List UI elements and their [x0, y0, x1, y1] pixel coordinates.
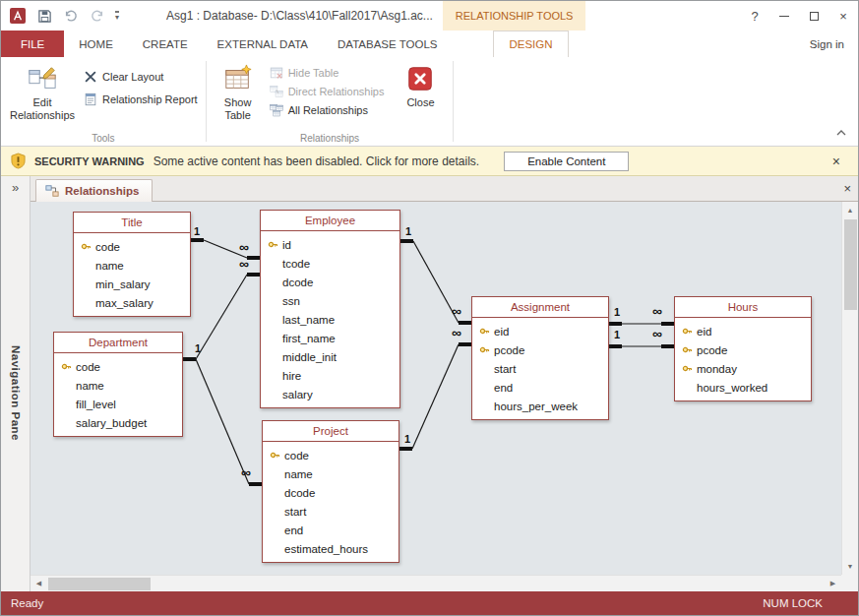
- scroll-right-icon[interactable]: ▶: [825, 576, 841, 592]
- entity-field[interactable]: name: [263, 464, 399, 483]
- close-document-icon[interactable]: ×: [843, 181, 851, 196]
- expand-nav-pane-icon[interactable]: »: [12, 176, 19, 195]
- field-name: hire: [282, 370, 301, 382]
- tab-database-tools[interactable]: DATABASE TOOLS: [323, 31, 452, 57]
- entity-header[interactable]: Employee: [261, 211, 399, 231]
- tab-external-data[interactable]: EXTERNAL DATA: [203, 31, 323, 57]
- primary-key-icon: [682, 344, 697, 355]
- customize-qat-icon[interactable]: ▾: [115, 11, 119, 21]
- entity-table-hours[interactable]: Hours eid pcode monday hours_worked: [674, 296, 812, 401]
- entity-field[interactable]: code: [74, 237, 190, 256]
- navigation-pane-collapsed[interactable]: » Navigation Pane: [1, 176, 31, 591]
- group-separator: [453, 61, 454, 142]
- entity-field[interactable]: name: [74, 256, 190, 275]
- entity-field[interactable]: code: [263, 446, 399, 464]
- clear-layout-button[interactable]: Clear Layout: [84, 70, 198, 84]
- edit-relationships-button[interactable]: Edit Relationships: [7, 60, 78, 122]
- entity-field[interactable]: first_name: [261, 329, 399, 347]
- nav-pane-title[interactable]: Navigation Pane: [10, 345, 22, 441]
- entity-field[interactable]: end: [263, 521, 399, 539]
- entity-field[interactable]: pcode: [675, 340, 811, 359]
- entity-field[interactable]: middle_init: [261, 347, 399, 366]
- vertical-scroll-thumb[interactable]: [844, 219, 857, 310]
- scroll-up-icon[interactable]: ▲: [842, 202, 859, 218]
- entity-field[interactable]: hire: [261, 366, 399, 385]
- relationship-line-title-employee[interactable]: [191, 240, 260, 258]
- entity-field[interactable]: end: [472, 378, 608, 397]
- entity-field[interactable]: max_salary: [74, 293, 190, 312]
- security-warning-message[interactable]: Some active content has been disabled. C…: [153, 154, 480, 168]
- scroll-down-icon[interactable]: ▼: [842, 558, 859, 575]
- cardinality-label: 1: [404, 433, 410, 445]
- entity-field[interactable]: estimated_hours: [263, 539, 399, 558]
- undo-icon[interactable]: [62, 7, 80, 25]
- show-table-button[interactable]: Show Table: [213, 60, 264, 122]
- help-icon[interactable]: ?: [740, 1, 769, 31]
- entity-header[interactable]: Project: [263, 421, 399, 442]
- collapse-ribbon-icon[interactable]: [836, 122, 846, 140]
- tab-home[interactable]: HOME: [64, 31, 128, 57]
- ribbon-group-relationships: Show Table Hide Table Direct Relationshi…: [207, 57, 454, 146]
- entity-header[interactable]: Title: [74, 213, 190, 233]
- security-close-icon[interactable]: ×: [825, 154, 848, 169]
- security-warning-title: SECURITY WARNING: [34, 155, 145, 167]
- cardinality-label: ∞: [241, 466, 251, 478]
- tab-design[interactable]: DESIGN: [493, 31, 568, 57]
- entity-field[interactable]: hours_worked: [675, 378, 811, 397]
- entity-table-assignment[interactable]: Assignment eid pcode start end hours_per…: [471, 296, 609, 420]
- tab-relationships-document[interactable]: Relationships: [35, 179, 153, 202]
- entity-field[interactable]: eid: [472, 322, 608, 340]
- vertical-scrollbar[interactable]: ▲ ▼: [841, 202, 858, 575]
- entity-field[interactable]: start: [263, 502, 399, 521]
- field-name: max_salary: [95, 297, 153, 309]
- field-name: end: [494, 382, 513, 394]
- minimize-icon[interactable]: [769, 1, 799, 31]
- entity-field[interactable]: min_salary: [74, 275, 190, 293]
- field-name: ssn: [282, 295, 300, 307]
- entity-field[interactable]: id: [261, 235, 399, 254]
- entity-table-project[interactable]: Project code name dcode start end estima…: [262, 420, 399, 563]
- tab-file[interactable]: FILE: [1, 31, 64, 57]
- entity-field[interactable]: code: [54, 357, 182, 376]
- entity-table-title[interactable]: Title code name min_salary max_salary: [73, 212, 191, 317]
- entity-header[interactable]: Hours: [675, 297, 811, 318]
- access-app-icon[interactable]: [9, 7, 27, 25]
- entity-field[interactable]: start: [472, 359, 608, 378]
- entity-field[interactable]: dcode: [261, 273, 399, 291]
- close-window-icon[interactable]: ×: [828, 1, 858, 31]
- entity-header[interactable]: Assignment: [472, 297, 608, 318]
- entity-field[interactable]: eid: [675, 322, 811, 340]
- horizontal-scroll-thumb[interactable]: [48, 578, 151, 590]
- entity-field[interactable]: salary: [261, 385, 399, 403]
- horizontal-scrollbar[interactable]: ◀ ▶: [31, 575, 841, 591]
- enable-content-button[interactable]: Enable Content: [504, 152, 629, 171]
- maximize-icon[interactable]: [799, 1, 828, 31]
- entity-header[interactable]: Department: [54, 333, 182, 353]
- entity-table-employee[interactable]: Employee id tcode dcode ssn last_name fi…: [260, 210, 400, 408]
- entity-field[interactable]: pcode: [472, 340, 608, 359]
- cardinality-label: ∞: [452, 327, 461, 339]
- entity-field[interactable]: tcode: [261, 254, 399, 273]
- field-name: hours_per_week: [494, 400, 578, 412]
- entity-table-department[interactable]: Department code name fill_level salary_b…: [53, 332, 183, 437]
- entity-field[interactable]: ssn: [261, 291, 399, 310]
- relationships-document-icon: [45, 184, 59, 198]
- entity-field[interactable]: name: [54, 376, 182, 395]
- entity-field[interactable]: salary_budget: [54, 413, 182, 432]
- relationships-canvas[interactable]: 1 ∞ 1 ∞ ∞ 1 ∞ 1 ∞ 1 ∞ 1 ∞ Title code nam: [31, 202, 841, 575]
- relationship-report-button[interactable]: Relationship Report: [84, 92, 198, 106]
- entity-field[interactable]: last_name: [261, 310, 399, 329]
- entity-field[interactable]: monday: [675, 359, 811, 378]
- tab-create[interactable]: CREATE: [128, 31, 203, 57]
- scroll-left-icon[interactable]: ◀: [31, 576, 47, 592]
- field-name: dcode: [284, 487, 315, 499]
- close-button[interactable]: Close: [394, 60, 447, 109]
- entity-field[interactable]: hours_per_week: [472, 397, 608, 415]
- save-icon[interactable]: [35, 7, 53, 25]
- entity-field[interactable]: fill_level: [54, 395, 182, 413]
- relationship-line-department-project[interactable]: [196, 359, 262, 484]
- entity-field[interactable]: dcode: [263, 483, 399, 502]
- all-relationships-button[interactable]: All Relationships: [270, 103, 385, 117]
- redo-icon[interactable]: [89, 7, 106, 25]
- sign-in-link[interactable]: Sign in: [796, 31, 858, 57]
